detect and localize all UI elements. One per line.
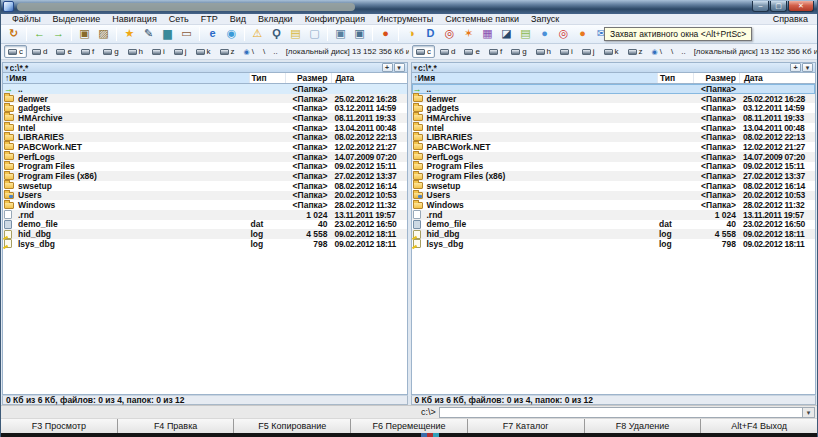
menu-item[interactable]: Файлы xyxy=(6,14,47,24)
file-row[interactable]: Intel<Папка>13.04.2011 00:48 xyxy=(3,123,407,133)
file-row[interactable]: .rnd1 02413.11.2011 19:57 xyxy=(3,210,407,220)
function-key-button[interactable]: F5 Копирование xyxy=(234,419,351,433)
file-row[interactable]: HMArchive<Папка>08.11.2011 19:33 xyxy=(3,113,407,123)
small-globe-icon[interactable]: ● xyxy=(535,26,554,42)
file-row[interactable]: lsys_dbglog79809.02.2012 18:11 xyxy=(3,239,407,249)
file-row[interactable]: lsys_dbglog79809.02.2012 18:11 xyxy=(412,239,816,249)
column-header-size[interactable]: Размер xyxy=(285,73,331,83)
drive-button-k[interactable]: k xyxy=(192,45,215,58)
search-icon[interactable]: Ϙ xyxy=(267,26,286,42)
menu-item[interactable]: Инструменты xyxy=(371,14,439,24)
drive-button-j[interactable]: j xyxy=(170,45,191,58)
file-row[interactable]: LIBRARIES<Папка>08.02.2012 22:13 xyxy=(412,132,816,142)
ie-browser-icon[interactable]: e xyxy=(203,26,222,42)
menu-item[interactable]: Навигация xyxy=(106,14,162,24)
drive-button-f[interactable]: f xyxy=(77,45,98,58)
capture-screen-icon[interactable]: ▣ xyxy=(331,26,350,42)
chart-icon[interactable]: ▆ xyxy=(158,26,177,42)
up-dir-button[interactable]: .. xyxy=(269,47,281,56)
function-key-button[interactable]: F4 Правка xyxy=(118,419,235,433)
path-dropdown-icon[interactable]: ▾ xyxy=(5,64,9,72)
file-row[interactable]: Program Files<Папка>09.02.2012 15:11 xyxy=(412,162,816,172)
column-header-type[interactable]: Тип xyxy=(657,73,693,83)
file-row[interactable]: denwer<Папка>25.02.2012 16:28 xyxy=(412,94,816,104)
command-input[interactable] xyxy=(439,407,803,418)
menu-item[interactable]: Вид xyxy=(224,14,252,24)
file-row[interactable]: hid_dbglog4 55809.02.2012 18:11 xyxy=(412,229,816,239)
drive-button-c[interactable]: c xyxy=(4,45,27,58)
file-row[interactable]: Intel<Папка>13.04.2011 00:48 xyxy=(412,123,816,133)
menu-item[interactable]: Выделение xyxy=(47,14,107,24)
menu-item[interactable]: Сеть xyxy=(163,14,195,24)
file-row[interactable]: Program Files (x86)<Папка>27.02.2012 13:… xyxy=(412,171,816,181)
file-row[interactable]: PerfLogs<Папка>14.07.2009 07:20 xyxy=(3,152,407,162)
function-key-button[interactable]: F6 Перемещение xyxy=(351,419,468,433)
new-tab-button[interactable]: + xyxy=(790,63,801,72)
file-list[interactable]: →..<Папка>denwer<Папка>25.02.2012 16:28g… xyxy=(2,84,408,395)
function-key-button[interactable]: Alt+F4 Выход xyxy=(701,419,817,433)
column-header-name[interactable]: ↑Имя xyxy=(3,73,249,83)
download-master-icon[interactable]: D xyxy=(421,26,440,42)
drive-button-g[interactable]: g xyxy=(507,45,530,58)
file-row[interactable]: Windows<Папка>28.02.2012 11:32 xyxy=(3,200,407,210)
file-row[interactable]: Users<Папка>20.02.2012 10:53 xyxy=(3,191,407,201)
file-row[interactable]: Users<Папка>20.02.2012 10:53 xyxy=(412,191,816,201)
command-history-dropdown-icon[interactable]: ▾ xyxy=(803,407,815,418)
document-icon[interactable]: ▢ xyxy=(305,26,324,42)
sync-settings-icon[interactable]: ↻ xyxy=(4,26,23,42)
file-row[interactable]: →..<Папка> xyxy=(412,84,816,94)
column-header-type[interactable]: Тип xyxy=(249,73,285,83)
warning-icon[interactable]: ⚠ xyxy=(248,26,267,42)
drive-button-d[interactable]: d xyxy=(28,45,51,58)
file-row[interactable]: hid_dbglog4 55809.02.2012 18:11 xyxy=(3,229,407,239)
file-row[interactable]: PABCWork.NET<Папка>12.02.2012 21:27 xyxy=(3,142,407,152)
maximize-button[interactable]: ▢ xyxy=(770,1,787,12)
notepad-edit-icon[interactable]: ▤ xyxy=(516,26,535,42)
close-button[interactable]: ✕ xyxy=(788,1,814,12)
network-drive-button[interactable]: ◉\ xyxy=(240,45,258,58)
column-header-date[interactable]: Дата xyxy=(331,73,407,83)
frame-icon[interactable]: ▭ xyxy=(177,26,196,42)
drive-button-f[interactable]: f xyxy=(485,45,506,58)
file-row[interactable]: Program Files (x86)<Папка>27.02.2012 13:… xyxy=(3,171,407,181)
unpack-archive-icon[interactable]: ▨ xyxy=(94,26,113,42)
file-row[interactable]: denwer<Папка>25.02.2012 16:28 xyxy=(3,94,407,104)
file-row[interactable]: .rnd1 02413.11.2011 19:57 xyxy=(412,210,816,220)
drive-button-i[interactable]: i xyxy=(556,45,577,58)
file-row[interactable]: gadgets<Папка>03.12.2011 14:59 xyxy=(3,103,407,113)
pack-archive-icon[interactable]: ▣ xyxy=(75,26,94,42)
path-bar[interactable]: ▾c:\*.*+▾ xyxy=(2,62,408,73)
file-row[interactable]: swsetup<Папка>08.02.2012 16:14 xyxy=(412,181,816,191)
file-row[interactable]: gadgets<Папка>03.12.2011 14:59 xyxy=(412,103,816,113)
drive-button-k[interactable]: k xyxy=(600,45,623,58)
file-row[interactable]: swsetup<Папка>08.02.2012 16:14 xyxy=(3,181,407,191)
drive-button-h[interactable]: h xyxy=(532,45,555,58)
path-bar[interactable]: ▾c:\*.*+▾ xyxy=(411,62,817,73)
file-row[interactable]: HMArchive<Папка>08.11.2011 19:33 xyxy=(412,113,816,123)
file-row[interactable]: PABCWork.NET<Папка>12.02.2012 21:27 xyxy=(412,142,816,152)
root-path-button[interactable]: \ xyxy=(259,47,269,56)
column-header-size[interactable]: Размер xyxy=(693,73,739,83)
menu-item[interactable]: Запуск xyxy=(525,14,565,24)
drive-button-z[interactable]: z xyxy=(624,45,647,58)
file-row[interactable]: →..<Папка> xyxy=(3,84,407,94)
file-list[interactable]: →..<Папка>denwer<Папка>25.02.2012 16:28g… xyxy=(411,84,817,395)
drive-button-c[interactable]: c xyxy=(412,45,435,58)
new-tab-button[interactable]: + xyxy=(382,63,393,72)
file-row[interactable]: LIBRARIES<Папка>08.02.2012 22:13 xyxy=(3,132,407,142)
menu-item[interactable]: Вкладки xyxy=(252,14,299,24)
notes-icon[interactable]: ▤ xyxy=(286,26,305,42)
drive-button-d[interactable]: d xyxy=(436,45,459,58)
back-icon[interactable]: ← xyxy=(30,26,49,42)
drive-button-e[interactable]: e xyxy=(52,45,75,58)
menu-item[interactable]: Системные папки xyxy=(439,14,525,24)
menu-item-help[interactable]: Справка xyxy=(769,14,812,24)
drive-button-j[interactable]: j xyxy=(578,45,599,58)
drive-button-e[interactable]: e xyxy=(460,45,483,58)
file-row[interactable]: Program Files<Папка>09.02.2012 15:11 xyxy=(3,162,407,172)
minimize-button[interactable]: – xyxy=(752,1,769,12)
opera-browser-icon[interactable]: ◎ xyxy=(440,26,459,42)
path-dropdown-icon[interactable]: ▾ xyxy=(414,64,418,72)
file-row[interactable]: Windows<Папка>28.02.2012 11:32 xyxy=(412,200,816,210)
opera-red-icon[interactable]: ◎ xyxy=(554,26,573,42)
